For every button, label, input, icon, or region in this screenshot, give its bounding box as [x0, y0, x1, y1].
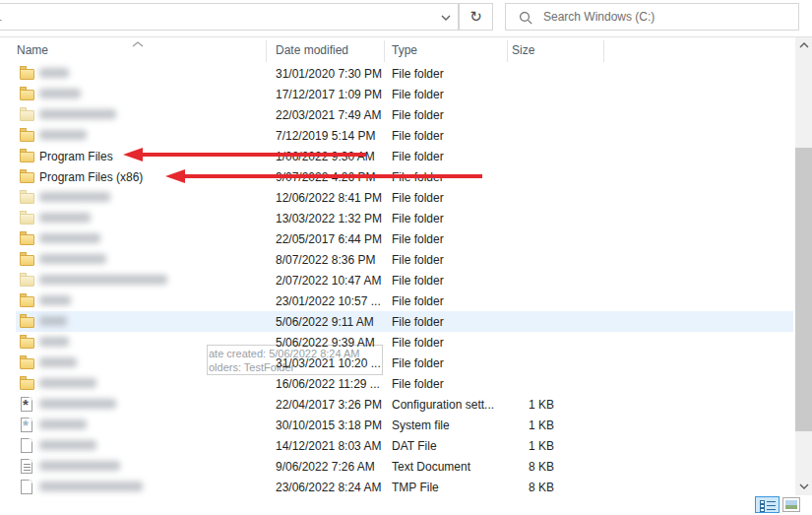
- table-row[interactable]: 16/06/2022 11:29 ... File folder: [0, 373, 795, 394]
- file-icon: [20, 355, 35, 370]
- table-row[interactable]: 9/06/2022 7:26 AM Text Document 8 KB: [0, 456, 795, 477]
- file-icon: [20, 128, 35, 143]
- column-divider[interactable]: [507, 40, 508, 62]
- file-date: 22/05/2017 6:44 PM: [276, 232, 382, 246]
- column-header-type[interactable]: Type: [392, 43, 417, 57]
- table-row[interactable]: 7/12/2019 5:14 PM File folder: [0, 125, 795, 146]
- vertical-scrollbar[interactable]: [795, 37, 812, 495]
- file-size: 1 KB: [485, 418, 554, 432]
- table-row[interactable]: 14/12/2021 8:03 AM DAT File 1 KB: [0, 435, 795, 456]
- column-header-date-modified[interactable]: Date modified: [276, 43, 348, 57]
- table-row[interactable]: 31/01/2020 7:30 PM File folder: [0, 63, 795, 84]
- chevron-down-icon[interactable]: [440, 12, 452, 27]
- address-cropped-glyph: +: [0, 15, 2, 26]
- chevron-up-icon: [799, 42, 809, 48]
- file-date: 5/06/2022 9:11 AM: [276, 315, 374, 329]
- column-divider[interactable]: [266, 40, 267, 62]
- table-row[interactable]: 22/04/2017 3:26 PM Configuration sett...…: [0, 394, 795, 415]
- column-header-name[interactable]: Name: [17, 43, 48, 57]
- file-name: [39, 315, 67, 329]
- file-icon: [20, 480, 35, 494]
- table-row[interactable]: 23/01/2022 10:57 ... File folder: [0, 290, 795, 311]
- scrollbar-thumb[interactable]: [795, 148, 812, 431]
- file-icon: [20, 397, 35, 412]
- table-row[interactable]: 5/06/2022 9:39 AM File folder: [0, 332, 795, 353]
- file-name: [39, 232, 100, 246]
- column-header-row: Name Date modified Type Size: [0, 37, 795, 63]
- address-bar[interactable]: +: [0, 3, 459, 31]
- chevron-down-icon: [799, 483, 809, 489]
- file-name: [39, 191, 110, 205]
- file-name: Program Files: [39, 150, 113, 163]
- column-divider[interactable]: [384, 40, 385, 62]
- file-icon: [20, 87, 35, 101]
- column-divider[interactable]: [603, 40, 604, 62]
- scroll-down-button[interactable]: [795, 479, 812, 495]
- file-icon: [20, 211, 35, 225]
- thumbnails-view-button[interactable]: [782, 497, 800, 512]
- file-date: 7/12/2019 5:14 PM: [276, 129, 375, 143]
- file-icon: [20, 231, 35, 246]
- file-type: File folder: [392, 315, 444, 329]
- table-row[interactable]: 22/03/2021 7:49 AM File folder: [0, 104, 795, 125]
- file-size: 8 KB: [485, 460, 554, 474]
- file-type: File folder: [392, 88, 444, 101]
- file-icon: [20, 66, 35, 81]
- search-input[interactable]: Search Windows (C:): [505, 3, 799, 31]
- file-type: Configuration sett...: [392, 398, 494, 412]
- file-type: File folder: [392, 377, 444, 391]
- file-icon: [20, 314, 35, 329]
- file-name: [39, 294, 71, 308]
- arrow-tail: [141, 153, 366, 157]
- file-name: [39, 274, 167, 288]
- details-view-button[interactable]: [755, 496, 780, 513]
- file-date: 12/06/2022 8:41 PM: [276, 191, 382, 205]
- file-date: 9/06/2022 7:26 AM: [276, 460, 375, 474]
- table-row[interactable]: Program Files 1/06/2022 9:30 AM File fol…: [0, 146, 795, 166]
- file-type: Text Document: [392, 460, 470, 474]
- file-name: Program Files (x86): [39, 170, 143, 184]
- scroll-up-button[interactable]: [795, 37, 812, 54]
- table-row[interactable]: 2/07/2022 10:47 AM File folder: [0, 270, 795, 290]
- file-type: File folder: [392, 274, 444, 288]
- table-row[interactable]: 23/06/2022 8:24 AM TMP File 8 KB: [0, 477, 795, 497]
- file-date: 2/07/2022 10:47 AM: [276, 274, 381, 288]
- file-size: 1 KB: [485, 398, 554, 412]
- file-name: [39, 481, 143, 494]
- file-icon: [20, 376, 35, 391]
- file-type: File folder: [392, 212, 444, 225]
- column-header-size[interactable]: Size: [512, 43, 534, 57]
- table-row[interactable]: 12/06/2022 8:41 PM File folder: [0, 187, 795, 208]
- file-name: [39, 460, 120, 474]
- file-type: File folder: [392, 67, 444, 81]
- file-type: File folder: [392, 150, 444, 163]
- file-type: File folder: [392, 294, 444, 308]
- file-size: 1 KB: [485, 439, 554, 453]
- table-row[interactable]: 13/03/2022 1:32 PM File folder: [0, 208, 795, 228]
- file-date: 31/01/2020 7:30 PM: [276, 67, 382, 81]
- table-row[interactable]: 17/12/2017 1:09 PM File folder: [0, 84, 795, 104]
- file-icon: [20, 107, 35, 122]
- file-type: File folder: [392, 253, 444, 267]
- table-row[interactable]: 31/03/2021 10:20 ... File folder: [0, 353, 795, 373]
- file-icon: [20, 252, 35, 267]
- table-row[interactable]: 22/05/2017 6:44 PM File folder: [0, 228, 795, 249]
- file-type: File folder: [392, 232, 444, 246]
- table-row[interactable]: 5/06/2022 9:11 AM File folder: [16, 311, 793, 332]
- search-placeholder: Search Windows (C:): [543, 10, 655, 24]
- file-type: File folder: [392, 336, 444, 350]
- refresh-icon: ↻: [469, 8, 482, 26]
- table-row[interactable]: 8/07/2022 8:36 PM File folder: [0, 249, 795, 270]
- table-row[interactable]: 30/10/2015 3:18 PM System file 1 KB: [0, 415, 795, 435]
- file-name: [39, 439, 96, 453]
- refresh-button[interactable]: ↻: [459, 3, 493, 31]
- file-type: TMP File: [392, 481, 439, 494]
- file-name: [39, 129, 87, 143]
- file-date: 13/03/2022 1:32 PM: [276, 212, 382, 225]
- search-icon: [519, 11, 533, 26]
- file-icon: [20, 169, 35, 184]
- file-icon: [20, 335, 35, 350]
- arrow-head: [165, 169, 185, 183]
- file-explorer-window: + ↻ Search Windows (C:) Name Date modifi…: [0, 0, 812, 515]
- file-name: [39, 88, 81, 101]
